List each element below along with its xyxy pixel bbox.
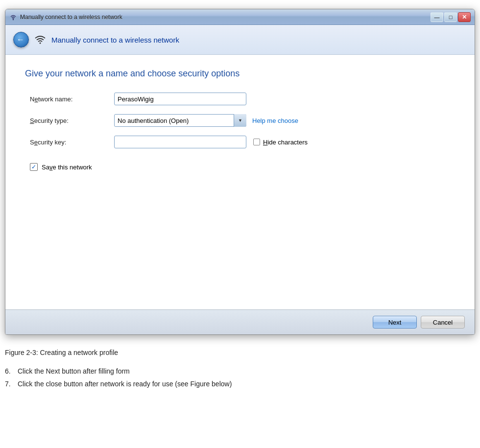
save-network-checkmark-icon: ✓ [31, 164, 36, 170]
security-type-row: No authentication (Open) WEP WPA2-Person… [114, 114, 455, 127]
wifi-icon [9, 13, 17, 21]
security-key-input[interactable] [114, 136, 246, 148]
below-dialog: Figure 2-3: Creating a network profile 6… [0, 335, 480, 402]
svg-point-0 [13, 19, 14, 20]
help-me-choose-link[interactable]: Help me choose [252, 117, 298, 124]
step-7: 7. Click the close button after network … [5, 380, 475, 388]
step-7-text: Click the close button after network is … [18, 380, 232, 388]
step-6-num: 6. [5, 367, 14, 375]
save-network-label[interactable]: Save this network [42, 164, 92, 171]
save-network-checkbox[interactable]: ✓ [30, 163, 38, 171]
maximize-button[interactable]: □ [444, 12, 457, 22]
network-name-label: Network name: [30, 95, 108, 103]
dialog-header-title: Manually connect to a wireless network [51, 36, 179, 44]
title-bar-left: Manually connect to a wireless network [9, 13, 122, 21]
security-type-label: Security type: [30, 117, 108, 124]
hide-characters-text: Hide characters [263, 139, 308, 146]
minimize-button[interactable]: — [431, 12, 443, 22]
back-button[interactable]: ← [13, 32, 29, 47]
security-type-select-wrapper: No authentication (Open) WEP WPA2-Person… [114, 114, 246, 127]
title-bar: Manually connect to a wireless network —… [5, 9, 475, 25]
wifi-header-icon [35, 35, 46, 44]
svg-point-1 [40, 43, 41, 44]
security-key-label: Security key: [30, 139, 108, 146]
form-grid: Network name: Security type: No authenti… [30, 93, 455, 157]
dialog-header: ← Manually connect to a wireless network [5, 25, 475, 55]
save-network-row: ✓ Save this network [30, 163, 455, 171]
network-name-input[interactable] [114, 93, 246, 105]
security-key-row: Hide characters [114, 136, 455, 148]
figure-caption: Figure 2-3: Creating a network profile [5, 349, 475, 356]
cancel-button[interactable]: Cancel [421, 316, 465, 329]
dialog-body: Give your network a name and choose secu… [5, 55, 475, 309]
close-window-button[interactable]: ✕ [458, 12, 471, 22]
dialog-window: Manually connect to a wireless network —… [5, 9, 475, 335]
title-bar-text: Manually connect to a wireless network [20, 14, 122, 21]
steps-list: 6. Click the Next button after filling f… [5, 367, 475, 388]
hide-characters-label[interactable]: Hide characters [253, 139, 308, 146]
title-bar-controls: — □ ✕ [431, 12, 471, 22]
section-heading: Give your network a name and choose secu… [25, 69, 455, 79]
hide-characters-checkbox[interactable] [253, 139, 260, 145]
step-6-text: Click the Next button after filling form [18, 367, 130, 375]
step-7-num: 7. [5, 380, 14, 388]
back-arrow-icon: ← [17, 36, 24, 44]
step-6: 6. Click the Next button after filling f… [5, 367, 475, 375]
security-type-select[interactable]: No authentication (Open) WEP WPA2-Person… [114, 114, 246, 127]
next-button[interactable]: Next [373, 316, 417, 329]
network-name-input-wrapper [114, 93, 455, 105]
dialog-footer: Next Cancel [5, 309, 475, 334]
page-wrapper: Manually connect to a wireless network —… [0, 9, 480, 402]
